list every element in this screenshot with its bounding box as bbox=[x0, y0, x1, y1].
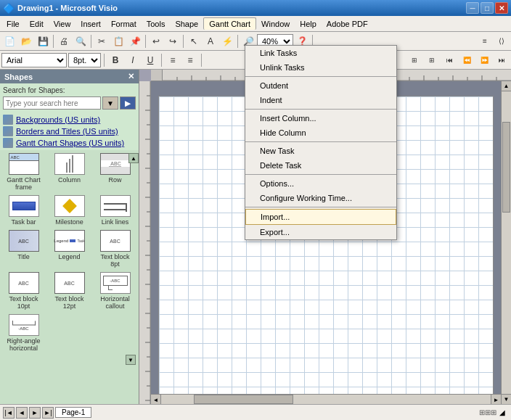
menu-tools[interactable]: Tools bbox=[142, 18, 171, 30]
shape-label-link: Link lines bbox=[102, 218, 129, 226]
shape-legend-img: Legend Task bbox=[54, 230, 85, 252]
shape-item-taskbar[interactable]: Task bar bbox=[3, 195, 44, 226]
open-btn[interactable]: 📂 bbox=[18, 33, 34, 49]
menu-file[interactable]: File bbox=[1, 18, 25, 30]
scroll-left-arrow[interactable]: ◄ bbox=[151, 395, 161, 404]
shapes-close-icon[interactable]: ✕ bbox=[128, 72, 134, 81]
snap-btn[interactable]: ⊞ bbox=[406, 52, 422, 68]
dd-insert-column[interactable]: Insert Column... bbox=[245, 111, 396, 125]
dd-configure-working[interactable]: Configure Working Time... bbox=[245, 191, 396, 205]
h-scroll-track[interactable] bbox=[161, 395, 491, 404]
dd-link-tasks[interactable]: Link Tasks bbox=[245, 46, 396, 60]
dd-options[interactable]: Options... bbox=[245, 176, 396, 191]
dd-export[interactable]: Export... bbox=[245, 225, 396, 239]
shape-title-img: ABC bbox=[9, 230, 39, 252]
scroll-right-arrow[interactable]: ► bbox=[491, 395, 501, 404]
pointer-btn[interactable]: ↖ bbox=[186, 33, 202, 49]
preview-btn[interactable]: 🔍 bbox=[73, 33, 89, 49]
search-input[interactable] bbox=[3, 96, 101, 110]
redo-btn[interactable]: ↪ bbox=[165, 33, 181, 49]
close-button[interactable]: ✕ bbox=[495, 2, 508, 14]
shape-label-textblock10: Text block10pt bbox=[9, 295, 38, 310]
italic-btn[interactable]: I bbox=[125, 52, 141, 68]
page-prev-btn[interactable]: ◄ bbox=[16, 407, 28, 419]
text-btn[interactable]: A bbox=[203, 33, 218, 49]
save-btn[interactable]: 💾 bbox=[35, 33, 51, 49]
shape-item-title[interactable]: ABC Title bbox=[3, 230, 44, 268]
scroll-track[interactable] bbox=[502, 91, 511, 394]
shape-textblock8-img: ABC bbox=[100, 230, 131, 252]
menu-adobe[interactable]: Adobe PDF bbox=[322, 18, 373, 30]
page-first-btn[interactable]: |◄ bbox=[3, 407, 15, 419]
copy-btn[interactable]: 📋 bbox=[110, 33, 126, 49]
minimize-button[interactable]: ─ bbox=[466, 2, 479, 14]
font-name-select[interactable]: Arial bbox=[1, 53, 67, 67]
shape-item-textblock12[interactable]: ABC Text block12pt bbox=[49, 272, 90, 310]
dd-outdent[interactable]: Outdent bbox=[245, 78, 396, 93]
dd-delete-task[interactable]: Delete Task bbox=[245, 158, 396, 173]
menu-window[interactable]: Window bbox=[256, 18, 295, 30]
new-btn[interactable]: 📄 bbox=[1, 33, 17, 49]
menu-shape[interactable]: Shape bbox=[170, 18, 203, 30]
dd-indent[interactable]: Indent bbox=[245, 93, 396, 107]
connect-btn[interactable]: ⚡ bbox=[219, 33, 235, 49]
shape-item-textblock8[interactable]: ABC Text block8pt bbox=[94, 230, 136, 268]
page-next-btn[interactable]: ► bbox=[29, 407, 41, 419]
page-tab[interactable]: Page-1 bbox=[55, 407, 91, 418]
shape-item-link[interactable]: Link lines bbox=[94, 195, 136, 226]
shapes-scroll-area[interactable]: ▲ ABC Gantt Chartframe bbox=[0, 150, 139, 404]
category-borders[interactable]: Borders and Titles (US units) bbox=[3, 126, 136, 136]
dd-new-task[interactable]: New Task bbox=[245, 144, 396, 158]
search-dropdown-btn[interactable]: ▼ bbox=[102, 96, 118, 110]
shape-item-milestone[interactable]: Milestone bbox=[49, 195, 90, 226]
shape-item-gantt-frame[interactable]: ABC Gantt Chartframe bbox=[3, 153, 44, 191]
menu-insert[interactable]: Insert bbox=[75, 18, 106, 30]
shape-callout-img: -ABC bbox=[100, 272, 131, 294]
shape-item-textblock10[interactable]: ABC Text block10pt bbox=[3, 272, 44, 310]
vertical-scrollbar[interactable]: ▲ ▼ bbox=[501, 81, 511, 404]
shape-item-rightangle[interactable]: -ABC Right-anglehorizontal bbox=[3, 314, 44, 352]
nav-prev-btn[interactable]: ⏪ bbox=[459, 52, 475, 68]
dd-import[interactable]: Import... bbox=[245, 209, 396, 225]
task-pane-btn[interactable]: ≡ bbox=[477, 33, 493, 49]
resize-handle[interactable]: ◢ bbox=[499, 408, 508, 417]
scroll-down-btn[interactable]: ▼ bbox=[126, 355, 136, 365]
nav-last-btn[interactable]: ⏭ bbox=[494, 52, 510, 68]
nav-first-btn[interactable]: ⏮ bbox=[441, 52, 457, 68]
paste-btn[interactable]: 📌 bbox=[127, 33, 143, 49]
menu-gantt[interactable]: Gantt Chart bbox=[203, 17, 256, 30]
dd-hide-column[interactable]: Hide Column bbox=[245, 125, 396, 140]
font-size-select[interactable]: 8pt. bbox=[68, 53, 101, 67]
scroll-up-btn[interactable]: ▲ bbox=[128, 153, 139, 163]
shape-item-callout[interactable]: -ABC Horizontalcallout bbox=[94, 272, 136, 310]
align-left-btn[interactable]: ≡ bbox=[165, 52, 181, 68]
shape-column-img bbox=[54, 153, 85, 175]
cut-btn[interactable]: ✂ bbox=[94, 33, 110, 49]
bold-btn[interactable]: B bbox=[107, 52, 123, 68]
scroll-thumb[interactable] bbox=[502, 122, 510, 213]
dd-unlink-tasks[interactable]: Unlink Tasks bbox=[245, 60, 396, 75]
horizontal-scrollbar[interactable]: ◄ ► bbox=[151, 394, 501, 404]
scroll-up-arrow[interactable]: ▲ bbox=[502, 81, 511, 91]
search-go-btn[interactable]: ▶ bbox=[120, 96, 136, 110]
nav-next-btn[interactable]: ⏩ bbox=[476, 52, 492, 68]
align-center-btn[interactable]: ≡ bbox=[182, 52, 198, 68]
shape-item-legend[interactable]: Legend Task Legend bbox=[49, 230, 90, 268]
underline-btn[interactable]: U bbox=[142, 52, 158, 68]
arrows-btn[interactable]: ⟨⟩ bbox=[494, 33, 510, 49]
print-btn[interactable]: 🖨 bbox=[56, 33, 72, 49]
shapes-header: Shapes ✕ bbox=[0, 70, 139, 83]
menu-help[interactable]: Help bbox=[295, 18, 322, 30]
category-backgrounds[interactable]: Backgrounds (US units) bbox=[3, 115, 136, 125]
grid-btn[interactable]: ⊞ bbox=[424, 52, 440, 68]
menu-format[interactable]: Format bbox=[106, 18, 142, 30]
shape-item-column[interactable]: Column bbox=[49, 153, 90, 191]
maximize-button[interactable]: □ bbox=[481, 2, 494, 14]
undo-btn[interactable]: ↩ bbox=[148, 33, 164, 49]
h-scroll-thumb[interactable] bbox=[194, 395, 293, 404]
page-last-btn[interactable]: ►| bbox=[42, 407, 54, 419]
scroll-down-arrow[interactable]: ▼ bbox=[502, 394, 511, 404]
category-gantt[interactable]: Gantt Chart Shapes (US units) bbox=[3, 138, 136, 148]
menu-edit[interactable]: Edit bbox=[25, 18, 49, 30]
menu-view[interactable]: View bbox=[49, 18, 76, 30]
